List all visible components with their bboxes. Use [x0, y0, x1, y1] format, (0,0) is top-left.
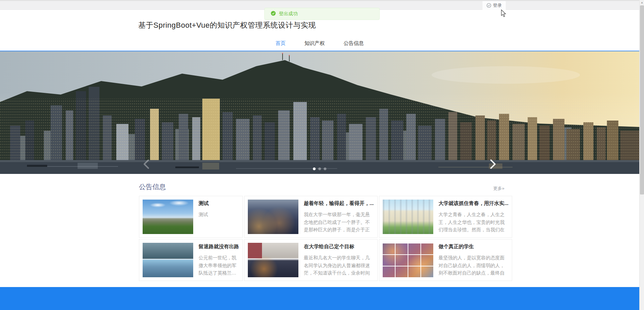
scifi-city-thumbnail — [143, 243, 193, 277]
hero-slide-skyline-image — [0, 51, 639, 174]
city-dusk-thumbnail — [248, 200, 298, 234]
scrollbar-thumb[interactable] — [640, 5, 644, 195]
carousel-dots — [313, 167, 326, 170]
carousel-dot-2[interactable] — [318, 167, 321, 170]
announcement-card[interactable]: 大学就该抓住青春，用汗水实... 大学之青春，人生之春，人生之王，人生之华也，宝… — [379, 196, 513, 238]
section-header: 公告信息 更多» — [139, 182, 504, 191]
circle-check-icon — [487, 3, 491, 8]
card-body: 测试 — [199, 211, 239, 218]
card-title: 大学就该抓住青春，用汗水实... — [439, 200, 509, 207]
carousel-dot-1[interactable] — [313, 167, 316, 170]
chevron-left-icon — [143, 159, 150, 171]
hero-carousel — [0, 51, 639, 174]
carousel-dot-3[interactable] — [324, 167, 326, 170]
announcement-card[interactable]: 在大学给自己定个目标 最近和几名大一的学生聊天，几名同学认为身边的人普遍都很迷茫… — [244, 239, 378, 281]
announcement-card[interactable]: 留退路就没有出路 公元前一世纪，凯撒大帝率领他的军队抵达了英格兰，他决心要赢得这… — [139, 239, 243, 281]
nav-item-intellectual-property[interactable]: 知识产权 — [304, 39, 325, 48]
residential-buildings-thumbnail — [383, 200, 433, 234]
more-link[interactable]: 更多» — [493, 185, 504, 191]
card-body: 最坚强的人，是以宽容的态度面对自己缺点的人，而懦弱的人，则不敢面对自己的缺点，最… — [439, 254, 509, 277]
card-title: 留退路就没有出路 — [199, 243, 239, 250]
card-title: 趁着年轻，输得起，看得开，... — [304, 200, 374, 207]
card-text: 在大学给自己定个目标 最近和几名大一的学生聊天，几名同学认为身边的人普遍都很迷茫… — [304, 243, 374, 277]
page-footer — [0, 287, 639, 310]
success-check-icon — [271, 11, 276, 17]
nav-item-announcements[interactable]: 公告信息 — [343, 39, 364, 48]
announcement-card[interactable]: 做个真正的学生 最坚强的人，是以宽容的态度面对自己缺点的人，而懦弱的人，则不敢面… — [379, 239, 513, 281]
card-body: 大学之青春，人生之春，人生之王，人生之华也，宝贵的时光我们理当去珍惜。然而，当我… — [439, 211, 509, 234]
nav-item-home[interactable]: 首页 — [275, 39, 286, 48]
carousel-prev-button[interactable] — [140, 159, 152, 171]
login-button[interactable]: 登录 — [482, 1, 506, 10]
card-text: 测试 测试 — [199, 200, 239, 234]
main-nav: 首页 知识产权 公告信息 — [0, 39, 639, 48]
chevron-right-icon — [489, 159, 497, 171]
card-text: 大学就该抓住青春，用汗水实... 大学之青春，人生之春，人生之王，人生之华也，宝… — [439, 200, 509, 234]
announcement-card[interactable]: 测试 测试 — [139, 196, 243, 238]
card-title: 在大学给自己定个目标 — [304, 243, 374, 250]
concept-art-grid-thumbnail — [383, 243, 433, 277]
section-title: 公告信息 — [139, 182, 166, 191]
announcements-section: 公告信息 更多» 测试 测试 趁着年轻，输得起，看得开，... 我在大学一年级那… — [139, 182, 504, 281]
toast-text: 登出成功 — [279, 11, 298, 17]
card-text: 留退路就没有出路 公元前一世纪，凯撒大帝率领他的军队抵达了英格兰，他决心要赢得这… — [199, 243, 239, 277]
card-title: 做个真正的学生 — [439, 243, 509, 250]
card-text: 趁着年轻，输得起，看得开，... 我在大学一年级那一年，毫无悬念地把自己吃成了一… — [304, 200, 374, 234]
announcement-card[interactable]: 趁着年轻，输得起，看得开，... 我在大学一年级那一年，毫无悬念地把自己吃成了一… — [244, 196, 378, 238]
vertical-scrollbar[interactable]: ▲ — [639, 0, 644, 310]
page-title: 基于SpringBoot+Vue的知识产权管理系统设计与实现 — [138, 20, 316, 30]
street-buildings-thumbnail — [248, 243, 298, 277]
campus-building-thumbnail — [143, 200, 193, 234]
card-body: 公元前一世纪，凯撒大帝率领他的军队抵达了英格兰，他决心要赢得这场战争，不管遇到什… — [199, 254, 239, 277]
logout-success-toast: 登出成功 — [264, 8, 380, 20]
login-label: 登录 — [493, 2, 502, 8]
card-title: 测试 — [199, 200, 239, 207]
scroll-up-arrow-icon[interactable]: ▲ — [640, 1, 644, 4]
card-text: 做个真正的学生 最坚强的人，是以宽容的态度面对自己缺点的人，而懦弱的人，则不敢面… — [439, 243, 509, 277]
card-body: 我在大学一年级那一年，毫无悬念地把自己吃成了一个胖子。不是那种巨大的胖子，而是介… — [304, 211, 374, 234]
carousel-next-button[interactable] — [487, 159, 499, 171]
card-body: 最近和几名大一的学生聊天，几名同学认为身边的人普遍都很迷茫，不知道该干什么，业余… — [304, 254, 374, 277]
announcement-cards-grid: 测试 测试 趁着年轻，输得起，看得开，... 我在大学一年级那一年，毫无悬念地把… — [139, 196, 504, 281]
